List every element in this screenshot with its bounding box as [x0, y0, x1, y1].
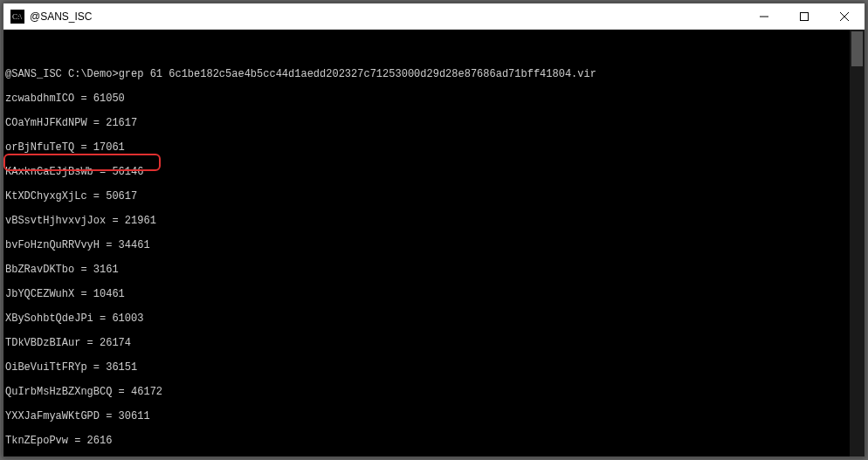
output-line: TknZEpoPvw = 2616: [3, 435, 845, 447]
titlebar[interactable]: C:\ @SANS_ISC: [3, 3, 865, 30]
output-line: OiBeVuiTtFRYp = 36151: [3, 361, 845, 374]
terminal-content: @SANS_ISC C:\Demo>grep 61 6c1be182c5ae4b…: [3, 31, 861, 457]
scrollbar-thumb[interactable]: [851, 31, 863, 66]
output-line: KtXDChyxgXjLc = 50617: [3, 190, 845, 203]
scrollbar-track[interactable]: [850, 30, 865, 457]
console-window: C:\ @SANS_ISC @SANS_ISC C:\Demo>grep 61 …: [3, 3, 865, 457]
prompt-line: @SANS_ISC C:\Demo>grep 61 6c1be182c5ae4b…: [3, 68, 845, 80]
output-line: orBjNfuTeTQ = 17061: [3, 141, 845, 154]
cmd-icon: C:\: [10, 10, 24, 24]
output-line: TDkVBDzBIAur = 26174: [3, 337, 845, 349]
output-line: COaYmHJFKdNPW = 21617: [3, 117, 845, 129]
window-title: @SANS_ISC: [30, 10, 744, 23]
blank-line: [3, 44, 845, 56]
minimize-button[interactable]: [744, 3, 784, 30]
output-line: vBSsvtHjhvxvjJox = 21961: [3, 215, 845, 227]
svg-text:C:\: C:\: [12, 12, 23, 21]
close-button[interactable]: [824, 3, 865, 30]
output-line: QuIrbMsHzBZXngBCQ = 46172: [3, 386, 845, 398]
command-text: grep 61 6c1be182c5ae4b5cc44d1aedd202327c…: [119, 68, 596, 80]
output-line: bvFoHznQuRRVvyH = 34461: [3, 239, 845, 251]
svg-rect-3: [801, 12, 809, 20]
output-line: XBySohbtQdeJPi = 61003: [3, 312, 845, 325]
output-line: zcwabdhmICO = 61050: [3, 93, 845, 105]
maximize-button[interactable]: [784, 3, 824, 30]
prompt: @SANS_ISC C:\Demo>: [5, 68, 119, 80]
terminal-viewport[interactable]: @SANS_ISC C:\Demo>grep 61 6c1be182c5ae4b…: [3, 30, 865, 457]
output-line: JbYQCEZWuhX = 10461: [3, 288, 845, 300]
output-line: YXXJaFmyaWKtGPD = 30611: [3, 410, 845, 422]
output-line: BbZRavDKTbo = 3161: [3, 264, 845, 276]
output-line: KAxknCaEJjBsWb = 56146: [3, 166, 845, 178]
